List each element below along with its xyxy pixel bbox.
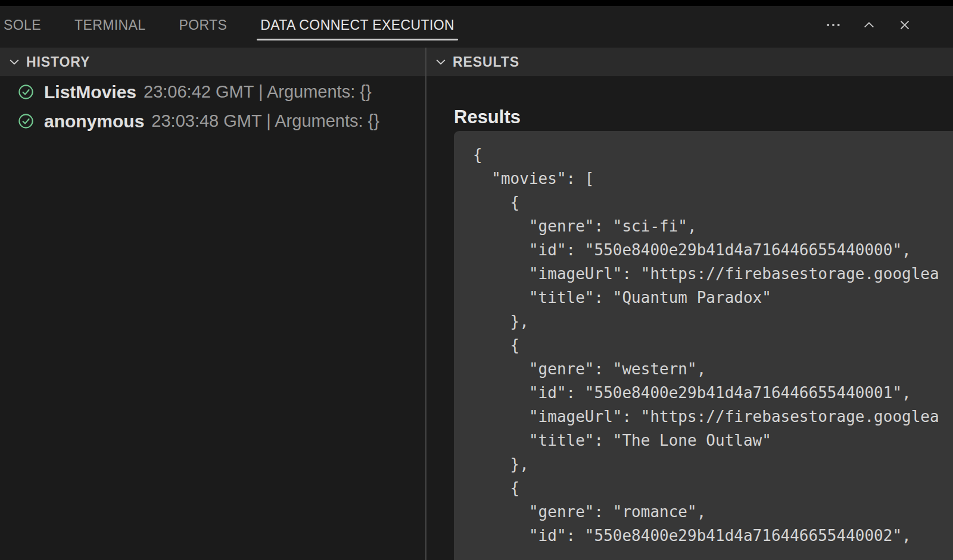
history-title: HISTORY — [26, 54, 90, 70]
chevron-up-icon — [861, 17, 877, 33]
results-content: Results { "movies": [ { "genre": "sci-fi… — [426, 76, 953, 560]
results-json-output[interactable]: { "movies": [ { "genre": "sci-fi", "id":… — [454, 131, 953, 560]
pass-check-icon — [18, 113, 34, 129]
history-section-header[interactable]: HISTORY — [0, 48, 425, 76]
tab-ports[interactable]: PORTS — [175, 6, 231, 48]
history-item-meta: 23:06:42 GMT | Arguments: {} — [144, 82, 372, 102]
pass-check-icon — [18, 84, 34, 100]
tab-label: SOLE — [4, 17, 41, 33]
results-heading: Results — [454, 106, 953, 128]
history-item[interactable]: anonymous 23:03:48 GMT | Arguments: {} — [0, 107, 425, 136]
tab-terminal[interactable]: TERMINAL — [71, 6, 150, 48]
history-item-name: ListMovies — [44, 82, 136, 102]
tab-data-connect-execution[interactable]: DATA CONNECT EXECUTION — [257, 6, 458, 48]
more-actions-button[interactable] — [824, 16, 842, 34]
tab-label: DATA CONNECT EXECUTION — [260, 17, 454, 33]
panel-actions — [824, 16, 953, 37]
results-title: RESULTS — [453, 54, 519, 70]
bottom-panel: SOLE TERMINAL PORTS DATA CONNECT EXECUTI… — [0, 0, 953, 560]
history-panel: HISTORY ListMovies 23:06:42 GMT | Argume… — [0, 48, 425, 560]
history-item-meta: 23:03:48 GMT | Arguments: {} — [151, 111, 379, 131]
editor-edge-strip — [0, 0, 953, 6]
tab-label: TERMINAL — [74, 17, 146, 33]
close-panel-button[interactable] — [896, 16, 914, 34]
history-item-name: anonymous — [44, 111, 144, 132]
close-icon — [897, 17, 912, 33]
chevron-down-icon — [434, 55, 448, 69]
tab-console-truncated[interactable]: SOLE — [0, 6, 45, 48]
panel-tab-bar: SOLE TERMINAL PORTS DATA CONNECT EXECUTI… — [0, 6, 953, 48]
history-list: ListMovies 23:06:42 GMT | Arguments: {} … — [0, 76, 425, 560]
results-section-header[interactable]: RESULTS — [426, 48, 953, 76]
chevron-down-icon — [7, 55, 21, 69]
results-panel: RESULTS Results { "movies": [ { "genre":… — [426, 48, 953, 560]
history-item[interactable]: ListMovies 23:06:42 GMT | Arguments: {} — [0, 77, 425, 107]
maximize-panel-button[interactable] — [860, 16, 878, 34]
tab-label: PORTS — [179, 17, 227, 33]
panel-tabs: SOLE TERMINAL PORTS DATA CONNECT EXECUTI… — [0, 6, 458, 48]
panel-body: HISTORY ListMovies 23:06:42 GMT | Argume… — [0, 48, 953, 560]
more-actions-icon — [825, 17, 842, 33]
